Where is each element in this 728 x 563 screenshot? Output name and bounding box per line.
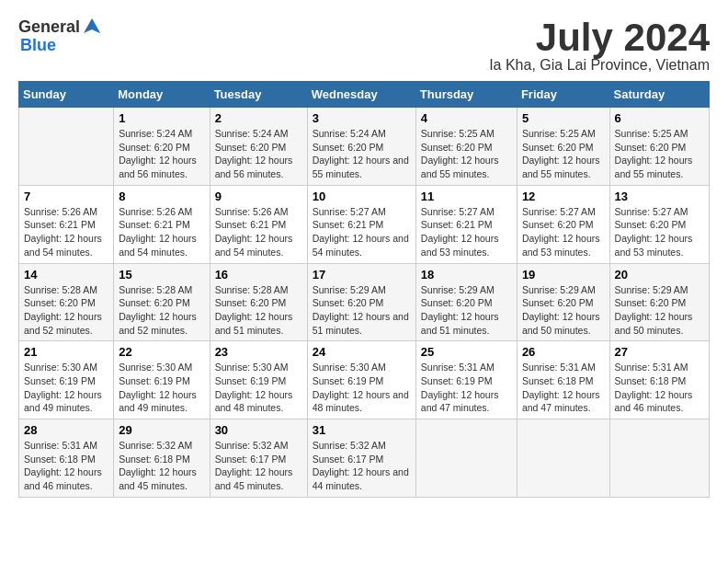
- calendar-cell: 28Sunrise: 5:31 AMSunset: 6:18 PMDayligh…: [19, 419, 114, 498]
- calendar-cell: 22Sunrise: 5:30 AMSunset: 6:19 PMDayligh…: [114, 341, 210, 419]
- day-info: Sunrise: 5:26 AMSunset: 6:21 PMDaylight:…: [24, 205, 108, 259]
- calendar-cell: 19Sunrise: 5:29 AMSunset: 6:20 PMDayligh…: [517, 263, 609, 341]
- calendar-cell: 14Sunrise: 5:28 AMSunset: 6:20 PMDayligh…: [19, 263, 114, 341]
- day-number: 17: [313, 268, 411, 282]
- header: General Blue July 2024 Ia Kha, Gia Lai P…: [18, 18, 710, 74]
- weekday-header-monday: Monday: [114, 82, 210, 108]
- day-number: 10: [313, 190, 411, 203]
- weekday-header-saturday: Saturday: [609, 82, 709, 108]
- calendar-cell: 21Sunrise: 5:30 AMSunset: 6:19 PMDayligh…: [19, 341, 114, 419]
- day-number: 2: [215, 111, 302, 125]
- day-number: 6: [615, 111, 704, 125]
- day-info: Sunrise: 5:26 AMSunset: 6:21 PMDaylight:…: [119, 205, 204, 259]
- day-info: Sunrise: 5:27 AMSunset: 6:20 PMDaylight:…: [615, 205, 704, 259]
- day-number: 25: [421, 345, 512, 359]
- day-number: 7: [24, 190, 108, 203]
- day-info: Sunrise: 5:28 AMSunset: 6:20 PMDaylight:…: [119, 283, 204, 338]
- calendar-cell: 29Sunrise: 5:32 AMSunset: 6:18 PMDayligh…: [114, 419, 210, 498]
- calendar-cell: 5Sunrise: 5:25 AMSunset: 6:20 PMDaylight…: [517, 108, 609, 186]
- day-number: 27: [615, 345, 704, 359]
- calendar-cell: 26Sunrise: 5:31 AMSunset: 6:18 PMDayligh…: [517, 341, 609, 419]
- calendar-week-5: 28Sunrise: 5:31 AMSunset: 6:18 PMDayligh…: [19, 419, 710, 498]
- day-info: Sunrise: 5:24 AMSunset: 6:20 PMDaylight:…: [215, 127, 302, 181]
- calendar-cell: 6Sunrise: 5:25 AMSunset: 6:20 PMDaylight…: [609, 108, 709, 186]
- calendar-week-2: 7Sunrise: 5:26 AMSunset: 6:21 PMDaylight…: [19, 185, 710, 263]
- day-number: 16: [215, 268, 302, 282]
- weekday-header-thursday: Thursday: [415, 82, 517, 108]
- calendar-cell: 31Sunrise: 5:32 AMSunset: 6:17 PMDayligh…: [307, 419, 415, 498]
- day-info: Sunrise: 5:30 AMSunset: 6:19 PMDaylight:…: [24, 361, 108, 415]
- calendar-cell: 13Sunrise: 5:27 AMSunset: 6:20 PMDayligh…: [609, 185, 709, 263]
- calendar-cell: [517, 419, 609, 498]
- logo-icon: [82, 17, 102, 37]
- weekday-header-friday: Friday: [517, 82, 609, 108]
- logo: General Blue: [18, 18, 102, 55]
- day-number: 8: [119, 190, 204, 203]
- day-info: Sunrise: 5:29 AMSunset: 6:20 PMDaylight:…: [522, 283, 605, 338]
- day-info: Sunrise: 5:31 AMSunset: 6:19 PMDaylight:…: [421, 361, 512, 415]
- day-info: Sunrise: 5:32 AMSunset: 6:17 PMDaylight:…: [313, 439, 411, 493]
- calendar-cell: 1Sunrise: 5:24 AMSunset: 6:20 PMDaylight…: [114, 108, 210, 186]
- day-number: 30: [215, 423, 302, 437]
- calendar-cell: 16Sunrise: 5:28 AMSunset: 6:20 PMDayligh…: [210, 263, 307, 341]
- day-number: 1: [119, 111, 204, 125]
- day-info: Sunrise: 5:31 AMSunset: 6:18 PMDaylight:…: [522, 361, 605, 415]
- day-info: Sunrise: 5:31 AMSunset: 6:18 PMDaylight:…: [615, 361, 704, 415]
- calendar-cell: 25Sunrise: 5:31 AMSunset: 6:19 PMDayligh…: [415, 341, 517, 419]
- day-number: 21: [24, 345, 108, 359]
- weekday-header-sunday: Sunday: [19, 82, 114, 108]
- calendar-cell: 30Sunrise: 5:32 AMSunset: 6:17 PMDayligh…: [210, 419, 307, 498]
- day-number: 11: [421, 190, 512, 203]
- day-info: Sunrise: 5:25 AMSunset: 6:20 PMDaylight:…: [522, 127, 605, 181]
- calendar-table: SundayMondayTuesdayWednesdayThursdayFrid…: [18, 81, 710, 498]
- day-number: 18: [421, 268, 512, 282]
- day-number: 14: [24, 268, 108, 282]
- day-number: 19: [522, 268, 605, 282]
- calendar-cell: 10Sunrise: 5:27 AMSunset: 6:21 PMDayligh…: [307, 185, 415, 263]
- calendar-week-3: 14Sunrise: 5:28 AMSunset: 6:20 PMDayligh…: [19, 263, 710, 341]
- weekday-header-wednesday: Wednesday: [307, 82, 415, 108]
- day-info: Sunrise: 5:30 AMSunset: 6:19 PMDaylight:…: [119, 361, 204, 415]
- day-number: 12: [522, 190, 605, 203]
- calendar-cell: 18Sunrise: 5:29 AMSunset: 6:20 PMDayligh…: [415, 263, 517, 341]
- calendar-cell: 4Sunrise: 5:25 AMSunset: 6:20 PMDaylight…: [415, 108, 517, 186]
- calendar-cell: 3Sunrise: 5:24 AMSunset: 6:20 PMDaylight…: [307, 108, 415, 186]
- calendar-cell: [19, 108, 114, 186]
- day-number: 31: [313, 423, 411, 437]
- weekday-header-tuesday: Tuesday: [210, 82, 307, 108]
- day-info: Sunrise: 5:25 AMSunset: 6:20 PMDaylight:…: [615, 127, 704, 181]
- day-info: Sunrise: 5:27 AMSunset: 6:21 PMDaylight:…: [421, 205, 512, 259]
- day-info: Sunrise: 5:27 AMSunset: 6:21 PMDaylight:…: [313, 205, 411, 259]
- calendar-cell: 8Sunrise: 5:26 AMSunset: 6:21 PMDaylight…: [114, 185, 210, 263]
- header-row: SundayMondayTuesdayWednesdayThursdayFrid…: [19, 82, 710, 108]
- day-number: 29: [119, 423, 204, 437]
- day-number: 26: [522, 345, 605, 359]
- day-info: Sunrise: 5:32 AMSunset: 6:18 PMDaylight:…: [119, 439, 204, 493]
- day-info: Sunrise: 5:25 AMSunset: 6:20 PMDaylight:…: [421, 127, 512, 181]
- day-info: Sunrise: 5:31 AMSunset: 6:18 PMDaylight:…: [24, 439, 108, 493]
- calendar-week-4: 21Sunrise: 5:30 AMSunset: 6:19 PMDayligh…: [19, 341, 710, 419]
- day-info: Sunrise: 5:29 AMSunset: 6:20 PMDaylight:…: [421, 283, 512, 338]
- day-info: Sunrise: 5:30 AMSunset: 6:19 PMDaylight:…: [215, 361, 302, 415]
- day-info: Sunrise: 5:30 AMSunset: 6:19 PMDaylight:…: [313, 361, 411, 415]
- calendar-cell: 23Sunrise: 5:30 AMSunset: 6:19 PMDayligh…: [210, 341, 307, 419]
- day-number: 20: [615, 268, 704, 282]
- calendar-cell: 20Sunrise: 5:29 AMSunset: 6:20 PMDayligh…: [609, 263, 709, 341]
- day-info: Sunrise: 5:28 AMSunset: 6:20 PMDaylight:…: [24, 283, 108, 338]
- logo-general-text: General: [18, 18, 80, 37]
- day-info: Sunrise: 5:28 AMSunset: 6:20 PMDaylight:…: [215, 283, 302, 338]
- month-year-title: July 2024: [489, 18, 710, 57]
- day-info: Sunrise: 5:24 AMSunset: 6:20 PMDaylight:…: [313, 127, 411, 181]
- day-number: 5: [522, 111, 605, 125]
- day-number: 15: [119, 268, 204, 282]
- calendar-cell: 9Sunrise: 5:26 AMSunset: 6:21 PMDaylight…: [210, 185, 307, 263]
- calendar-cell: 2Sunrise: 5:24 AMSunset: 6:20 PMDaylight…: [210, 108, 307, 186]
- day-number: 22: [119, 345, 204, 359]
- day-info: Sunrise: 5:24 AMSunset: 6:20 PMDaylight:…: [119, 127, 204, 181]
- calendar-cell: 7Sunrise: 5:26 AMSunset: 6:21 PMDaylight…: [19, 185, 114, 263]
- logo-blue-text: Blue: [20, 37, 102, 55]
- day-number: 24: [313, 345, 411, 359]
- location-subtitle: Ia Kha, Gia Lai Province, Vietnam: [489, 57, 710, 74]
- day-number: 3: [313, 111, 411, 125]
- calendar-cell: 27Sunrise: 5:31 AMSunset: 6:18 PMDayligh…: [609, 341, 709, 419]
